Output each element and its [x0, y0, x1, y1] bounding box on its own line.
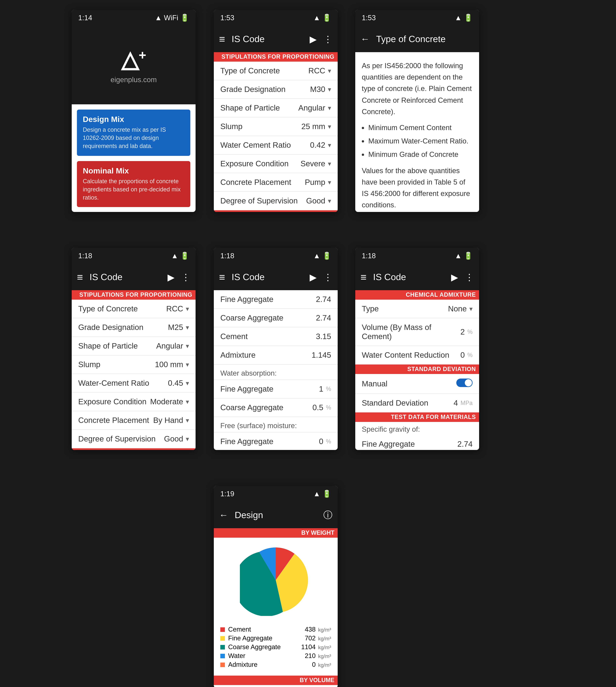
placement-row-s4[interactable]: Concrete Placement By Hand ▾ [72, 411, 196, 430]
time-s6: 1:18 [362, 252, 376, 260]
cement-legend-label: Cement [228, 626, 251, 633]
supervision-row-s2[interactable]: Degree of Supervision Good ▾ [214, 192, 338, 210]
design-mix-desc: Design a concrete mix as per IS 10262-20… [83, 126, 184, 150]
exposure-value: Severe ▾ [301, 159, 331, 168]
surface-moisture-header: Free (surface) moisture: [214, 417, 338, 432]
grade-row-s4[interactable]: Grade Designation M25 ▾ [72, 318, 196, 337]
coarse-agg-wa-row[interactable]: Coarse Aggregate 0.5 % [214, 399, 338, 417]
menu-icon-s5[interactable]: ≡ [219, 271, 225, 283]
admixture-color [220, 662, 225, 667]
exposure-row-s2[interactable]: Exposure Condition Severe ▾ [214, 154, 338, 173]
toolbar-icons-s5: ▶ ⋮ [310, 272, 332, 282]
time-s5: 1:18 [220, 252, 234, 260]
eigenplus-logo: △+ [121, 46, 146, 73]
cement-sp-row[interactable]: Cement 3.15 [214, 327, 338, 346]
status-bar-s5: 1:18 ▲ 🔋 [214, 248, 338, 264]
fine-agg-color [220, 636, 225, 641]
bullet-3: Minimum Grade of Concrete [368, 149, 472, 160]
supervision-label: Degree of Supervision [220, 196, 298, 206]
toolbar-title-s2: IS Code [232, 34, 310, 44]
signal-s5: ▲ 🔋 [313, 252, 331, 260]
more-icon-s2[interactable]: ⋮ [323, 34, 332, 44]
fine-agg-sm-row[interactable]: Fine Aggregate 0 % [214, 432, 338, 450]
grade-designation-row-s2[interactable]: Grade Designation M30 ▾ [214, 80, 338, 99]
admixture-sp-row[interactable]: Admixture 1.145 [214, 346, 338, 365]
fine-agg-legend-value: 702 kg/m³ [305, 635, 331, 642]
status-bar-s6: 1:18 ▲ 🔋 [355, 248, 479, 264]
time-s3: 1:53 [362, 14, 376, 22]
slump-row-s4[interactable]: Slump 100 mm ▾ [72, 356, 196, 374]
toolbar-icons-s6: ▶ ⋮ [451, 272, 474, 282]
play-icon-s4[interactable]: ▶ [168, 272, 175, 282]
design-screen: 1:19 ▲ 🔋 ← Design ⓘ BY WEIGHT [214, 486, 338, 687]
fine-agg-sp-row[interactable]: Fine Aggregate 2.74 [214, 290, 338, 309]
cement-color [220, 627, 225, 632]
play-icon-s2[interactable]: ▶ [310, 34, 317, 44]
toolbar-s5: ≡ IS Code ▶ ⋮ [214, 264, 338, 290]
play-icon-s6[interactable]: ▶ [451, 272, 458, 282]
admixture-legend: Admixture 0 kg/m³ [220, 661, 331, 668]
material-test-screen: 1:18 ▲ 🔋 ≡ IS Code ▶ ⋮ Fine Aggregate 2.… [214, 248, 338, 450]
chem-section-label-s6: CHEMICAL ADMIXTURE [355, 290, 479, 300]
type-concrete-row-s4[interactable]: Type of Concrete RCC ▾ [72, 300, 196, 318]
toolbar-icons-s2: ▶ ⋮ [310, 34, 332, 44]
coarse-agg-legend-value: 1104 kg/m³ [301, 643, 331, 651]
type-row-s6[interactable]: Type None ▾ [355, 300, 479, 318]
toolbar-title-s5: IS Code [232, 272, 310, 282]
wcr-row-s2[interactable]: Water Cement Ratio 0.42 ▾ [214, 136, 338, 154]
info-icon-s7[interactable]: ⓘ [323, 509, 332, 521]
status-bar-s3: 1:53 ▲ 🔋 [355, 10, 479, 26]
menu-icon-s4[interactable]: ≡ [77, 271, 83, 283]
info-para-s3: As per IS456:2000 the following quantiti… [362, 60, 472, 117]
design-mix-card[interactable]: Design Mix Design a concrete mix as per … [77, 110, 190, 156]
shape-particle-row-s2[interactable]: Shape of Particle Angular ▾ [214, 99, 338, 117]
nominal-mix-title: Nominal Mix [83, 166, 184, 175]
std-dev-label-s6: STANDARD DEVIATION [355, 365, 479, 374]
shape-row-s4[interactable]: Shape of Particle Angular ▾ [72, 337, 196, 356]
wcr-row-s4[interactable]: Water-Cement Ratio 0.45 ▾ [72, 374, 196, 392]
wcr-label: Water Cement Ratio [220, 141, 291, 150]
volume-row-s6[interactable]: Volume (By Mass of Cement) 2 % [355, 318, 479, 346]
more-icon-s4[interactable]: ⋮ [181, 272, 190, 282]
play-icon-s5[interactable]: ▶ [310, 272, 317, 282]
manual-toggle-row[interactable]: Manual [355, 374, 479, 394]
water-color [220, 653, 225, 658]
time-s2: 1:53 [220, 14, 234, 22]
fine-agg-legend: Fine Aggregate 702 kg/m³ [220, 635, 331, 642]
signal-s3: ▲ 🔋 [455, 14, 472, 22]
exposure-label: Exposure Condition [220, 159, 289, 168]
back-toolbar-s3: ← Type of Concrete [355, 26, 479, 52]
manual-toggle[interactable] [456, 379, 472, 389]
back-icon-s7[interactable]: ← [219, 510, 228, 520]
time-s7: 1:19 [220, 490, 234, 498]
supervision-row-s4[interactable]: Degree of Supervision Good ▾ [72, 430, 196, 448]
menu-icon-s6[interactable]: ≡ [360, 271, 367, 283]
toolbar-title-s6: IS Code [373, 272, 451, 282]
type-concrete-value: RCC ▾ [308, 66, 331, 75]
placement-row-s2[interactable]: Concrete Placement Pump ▾ [214, 173, 338, 192]
more-icon-s5[interactable]: ⋮ [323, 272, 332, 282]
type-of-concrete-row-s2[interactable]: Type of Concrete RCC ▾ [214, 62, 338, 80]
exposure-row-s4[interactable]: Exposure Condition Moderate ▾ [72, 392, 196, 411]
more-icon-s6[interactable]: ⋮ [465, 272, 474, 282]
slump-row-s2[interactable]: Slump 25 mm ▾ [214, 117, 338, 136]
fine-agg-legend-label: Fine Aggregate [228, 635, 272, 642]
volume-ratios: 1 CEMENT 1.86 FINE AGGREGATE 2.91 COARSE… [214, 685, 338, 687]
eigenplus-header: △+ eigenplus.com [72, 26, 196, 104]
nominal-mix-desc: Calculate the proportions of concrete in… [83, 177, 184, 202]
section-label-stipulations-s2: STIPULATIONS FOR PROPORTIONING [214, 52, 338, 62]
wcr-reduction-row-s6[interactable]: Water Content Reduction 0 % [355, 346, 479, 365]
coarse-agg-sp-row[interactable]: Coarse Aggregate 2.74 [214, 309, 338, 327]
nominal-mix-card[interactable]: Nominal Mix Calculate the proportions of… [77, 161, 190, 207]
by-weight-label: BY WEIGHT [214, 528, 338, 538]
fine-agg-wa-row[interactable]: Fine Aggregate 1 % [214, 380, 338, 399]
toolbar-s4: ≡ IS Code ▶ ⋮ [72, 264, 196, 290]
is-code-screen: 1:53 ▲ 🔋 ≡ IS Code ▶ ⋮ STIPULATIONS FOR … [214, 10, 338, 212]
test-data-label-s6: TEST DATA FOR MATERIALS [355, 412, 479, 422]
menu-icon-s2[interactable]: ≡ [219, 33, 225, 45]
shape-label: Shape of Particle [220, 103, 280, 112]
std-dev-row-s6[interactable]: Standard Deviation 4 MPa [355, 394, 479, 412]
fine-agg-sg-row[interactable]: Fine Aggregate 2.74 [355, 435, 479, 450]
back-icon-s3[interactable]: ← [360, 34, 370, 44]
signal-s4: ▲ 🔋 [171, 252, 189, 260]
